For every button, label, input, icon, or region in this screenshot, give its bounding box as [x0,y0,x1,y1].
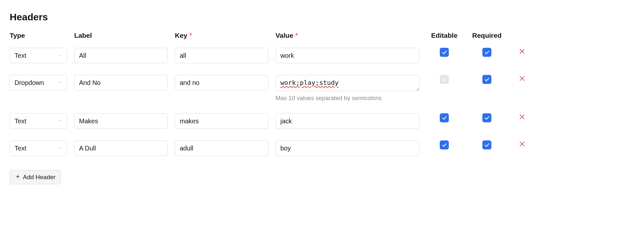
label-input[interactable] [74,140,168,156]
type-select-value: Text [15,145,26,152]
col-required: Required [469,32,505,42]
required-checkbox[interactable] [482,48,491,57]
col-required-label: Required [472,32,501,39]
col-actions [512,32,532,34]
editable-checkbox[interactable] [440,48,449,57]
add-header-button[interactable]: Add Header [10,170,61,184]
col-key: Key* [175,32,268,42]
value-textarea[interactable]: <span></span> [276,75,419,91]
type-select-value: Text [15,52,26,59]
editable-checkbox [440,75,449,84]
chevron-down-icon [57,52,62,59]
col-editable-label: Editable [431,32,458,39]
required-star: * [295,32,298,39]
type-select[interactable]: Text [10,140,67,156]
key-input[interactable] [175,140,268,156]
chevron-down-icon [57,145,62,152]
key-input[interactable] [175,48,268,63]
close-icon [518,75,526,84]
section-title: Headers [10,12,634,23]
chevron-down-icon [57,118,62,125]
col-label: Label [74,32,168,42]
close-icon [518,48,526,56]
delete-row-button[interactable] [518,48,526,56]
type-select[interactable]: Dropdown [10,75,67,90]
value-input[interactable] [276,113,419,129]
required-checkbox[interactable] [482,113,491,122]
editable-checkbox[interactable] [440,113,449,122]
required-checkbox[interactable] [482,75,491,84]
close-icon [518,140,526,149]
type-select[interactable]: Text [10,48,67,63]
delete-row-button[interactable] [518,113,526,122]
value-helper-text: Max 10 values separated by semicolons [276,95,419,102]
value-input[interactable] [276,48,419,63]
col-value: Value* [276,32,419,42]
col-label-label: Label [74,32,92,39]
key-input[interactable] [175,113,268,129]
label-input[interactable] [74,48,168,63]
type-select-value: Text [15,118,26,125]
chevron-down-icon [57,79,62,87]
label-input[interactable] [74,113,168,129]
label-input[interactable] [74,75,168,90]
add-header-label: Add Header [23,174,55,181]
required-checkbox[interactable] [482,140,491,149]
col-type-label: Type [10,32,25,39]
col-editable: Editable [427,32,462,42]
value-input[interactable] [276,140,419,156]
required-star: * [189,32,192,39]
delete-row-button[interactable] [518,140,526,149]
plus-icon [15,174,20,181]
type-select[interactable]: Text [10,113,67,129]
type-select-value: Dropdown [15,79,44,87]
col-type: Type [10,32,67,42]
delete-row-button[interactable] [518,75,526,83]
editable-checkbox[interactable] [440,140,449,149]
close-icon [518,113,526,122]
col-key-label: Key [175,32,187,39]
col-value-label: Value [276,32,293,39]
key-input[interactable] [175,75,268,90]
